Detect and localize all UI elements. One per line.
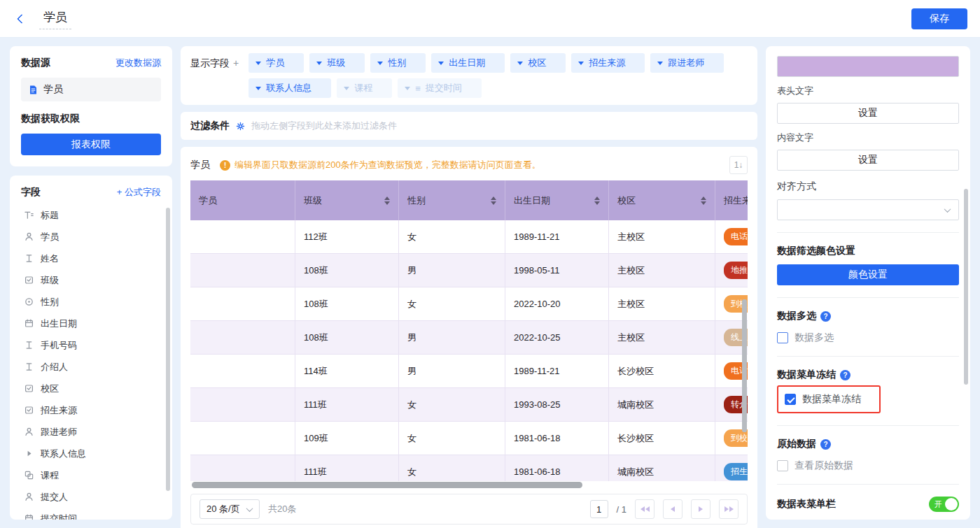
next-page-button[interactable] [691, 499, 710, 519]
field-item[interactable]: 提交人 [21, 486, 161, 508]
header-text-label: 表头文字 [777, 85, 959, 97]
table-row[interactable]: 111班女1993-08-25城南校区转介 [190, 388, 748, 422]
display-fields-label: 显示字段+ [190, 53, 239, 70]
display-field-chip[interactable]: ≡提交时间 [398, 78, 482, 98]
save-button[interactable]: 保存 [911, 8, 967, 29]
color-settings-button[interactable]: 颜色设置 [777, 264, 959, 285]
display-field-chip[interactable]: 班级 [309, 53, 365, 73]
chevron-down-icon [344, 87, 349, 90]
column-header[interactable]: 性别 [399, 180, 505, 220]
field-item[interactable]: 出生日期 [21, 313, 161, 334]
table-row[interactable]: 114班男1989-11-21长沙校区电话 [190, 355, 748, 388]
header-color-swatch[interactable] [777, 56, 959, 77]
cell-gender: 女 [399, 455, 505, 481]
multi-select-checkbox-row[interactable]: 数据多选 [777, 331, 959, 344]
content-text-label: 内容文字 [777, 131, 959, 144]
page-size-select[interactable]: 20 条/页 [200, 499, 260, 519]
fields-scrollbar[interactable] [166, 208, 170, 491]
table-row[interactable]: 108班男2022-10-25主校区线上 [190, 321, 748, 355]
sort-icon[interactable] [701, 197, 706, 205]
change-datasource-link[interactable]: 更改数据源 [115, 57, 161, 69]
formula-field-link[interactable]: + 公式字段 [117, 186, 161, 199]
filter-placeholder: 拖动左侧字段到此处来添加过滤条件 [251, 120, 397, 132]
sort-icon[interactable] [491, 197, 496, 205]
field-item[interactable]: 性别 [21, 291, 161, 313]
source-tag: 地推 [724, 262, 748, 279]
chip-label: 学员 [266, 57, 284, 69]
multi-select-title: 数据多选 ? [777, 310, 959, 322]
field-item[interactable]: 介绍人 [21, 356, 161, 378]
sort-order-button[interactable]: 1↓ [729, 156, 748, 174]
sort-icon[interactable] [594, 197, 600, 205]
filter-label: 过滤条件 [190, 120, 230, 132]
display-field-chip[interactable]: 性别 [370, 53, 426, 73]
help-icon[interactable]: ? [820, 311, 831, 322]
table-row[interactable]: 109班女1981-06-18长沙校区到校 [190, 422, 748, 455]
table-row[interactable]: 108班女2022-10-20主校区到校 [190, 287, 748, 321]
table-row[interactable]: 108班男1998-05-11主校区地推 [190, 254, 748, 287]
field-item[interactable]: 班级 [21, 269, 161, 291]
display-field-chip[interactable]: 跟进老师 [650, 53, 724, 73]
chip-label: 校区 [528, 57, 546, 69]
field-item[interactable]: 姓名 [21, 248, 161, 269]
table-row[interactable]: 112班女1989-11-21主校区电话 [190, 220, 748, 254]
display-field-chip[interactable]: 出生日期 [431, 53, 505, 73]
menubar-toggle[interactable]: 开 [929, 497, 959, 512]
sort-icon[interactable] [384, 197, 390, 205]
table-horizontal-scrollbar[interactable] [192, 482, 582, 488]
column-header[interactable]: 出生日期 [505, 180, 609, 220]
field-item[interactable]: 校区 [21, 378, 161, 399]
prev-page-button[interactable] [663, 499, 682, 519]
cell-gender: 男 [399, 254, 505, 287]
first-page-button[interactable] [635, 499, 654, 519]
column-header[interactable]: 校区 [609, 180, 715, 220]
help-icon[interactable]: ? [840, 370, 850, 380]
display-field-chip[interactable]: 学员 [248, 53, 304, 73]
content-text-settings-button[interactable]: 设置 [777, 150, 959, 171]
field-item-label: 课程 [41, 469, 59, 482]
total-count: 共20条 [268, 503, 296, 515]
cell-class: 111班 [295, 388, 399, 421]
table-row[interactable]: 111班女1981-06-18城南校区招生 [190, 455, 748, 481]
raw-data-checkbox-row[interactable]: 查看原始数据 [777, 459, 959, 472]
menu-freeze-highlight[interactable]: 数据菜单冻结 [777, 385, 881, 413]
page-number-input[interactable]: 1 [590, 500, 608, 518]
field-item[interactable]: 学员 [21, 226, 161, 248]
field-item-label: 提交时间 [41, 513, 77, 520]
field-item[interactable]: 课程 [21, 464, 161, 486]
field-item[interactable]: 招生来源 [21, 399, 161, 421]
checkbox-unchecked[interactable] [777, 332, 788, 343]
field-item[interactable]: 跟进老师 [21, 421, 161, 443]
chip-label: 招生来源 [589, 57, 625, 69]
field-item[interactable]: 标题 [21, 204, 161, 226]
pagination-bar: 20 条/页 共20条 1 / 1 [190, 494, 748, 525]
display-field-chip[interactable]: 招生来源 [571, 53, 645, 73]
display-field-chip[interactable]: 校区 [510, 53, 566, 73]
display-field-chip[interactable]: 课程 [337, 78, 392, 98]
field-item[interactable]: 提交时间 [21, 508, 161, 520]
field-item[interactable]: 联系人信息 [21, 443, 161, 464]
checkbox-checked[interactable] [785, 394, 796, 405]
display-field-chip[interactable]: 联系人信息 [248, 78, 331, 98]
gear-icon[interactable] [235, 121, 246, 131]
help-icon[interactable]: ? [820, 439, 831, 450]
last-page-button[interactable] [719, 499, 738, 519]
align-select[interactable] [777, 199, 959, 220]
field-item-label: 标题 [41, 209, 59, 222]
menu-freeze-title: 数据菜单冻结 ? [777, 369, 959, 381]
header-text-settings-button[interactable]: 设置 [777, 103, 959, 124]
datasource-item[interactable]: 学员 [21, 78, 161, 101]
add-field-button[interactable]: + [233, 57, 239, 69]
back-button[interactable] [13, 10, 31, 28]
field-item-label: 招生来源 [41, 404, 77, 417]
table-header: 学员班级性别出生日期校区招生来源 [190, 180, 748, 220]
table-vertical-scrollbar[interactable] [742, 299, 747, 432]
column-header[interactable]: 班级 [295, 180, 399, 220]
filter-panel[interactable]: 过滤条件 拖动左侧字段到此处来添加过滤条件 [181, 112, 757, 140]
field-item-label: 学员 [41, 231, 59, 243]
table-horizontal-scroll-track [190, 482, 748, 488]
checkbox-unchecked[interactable] [777, 460, 788, 471]
settings-scrollbar[interactable] [964, 189, 968, 385]
report-permission-button[interactable]: 报表权限 [21, 134, 161, 155]
field-item[interactable]: 手机号码 [21, 334, 161, 356]
